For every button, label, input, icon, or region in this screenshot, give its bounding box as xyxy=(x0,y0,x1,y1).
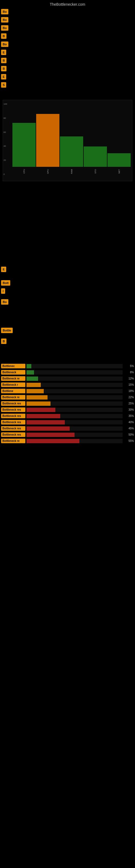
btn-b-bot[interactable]: B xyxy=(1,339,6,344)
chart-group-cpu: CPU xyxy=(12,99,36,176)
pct-text-5: 18% xyxy=(124,390,134,393)
pct-fill-12 xyxy=(27,433,75,437)
pct-fill-8 xyxy=(27,408,55,412)
chart-bar-ram xyxy=(60,136,83,167)
bottleneck-label-1[interactable]: Bottlenec xyxy=(1,364,26,368)
btn-bo-mid[interactable]: Bo xyxy=(1,299,8,305)
pct-fill-7 xyxy=(27,401,50,406)
chart-bar-net xyxy=(107,153,131,167)
chart-bar-inner-cpu xyxy=(12,99,36,167)
btn-i-mid[interactable]: I xyxy=(1,288,5,294)
pct-fill-5 xyxy=(27,389,44,393)
bottleneck-label-5[interactable]: Bottlene xyxy=(1,389,26,393)
btn-b-1[interactable]: B xyxy=(1,33,6,39)
pct-fill-3 xyxy=(27,376,38,381)
pct-bar-5 xyxy=(27,389,123,393)
bottleneck-label-3[interactable]: Bottleneck re xyxy=(1,376,26,381)
row-8: B xyxy=(0,65,135,73)
pct-fill-9 xyxy=(27,414,60,418)
pct-text-10: 40% xyxy=(124,421,134,424)
pct-text-8: 30% xyxy=(124,408,134,411)
chart-bar-cpu xyxy=(12,123,36,167)
y-label-40: 40 xyxy=(3,145,7,147)
site-title: TheBottlenecker.com xyxy=(0,0,135,8)
bottleneck-label-10[interactable]: Bottleneck res xyxy=(1,420,26,425)
chart-bar-inner-gpu xyxy=(36,99,59,167)
bottleneck-row-9: Bottleneck res 35% xyxy=(0,413,135,419)
btn-bo-2[interactable]: Bo xyxy=(1,17,8,23)
btn-e-1[interactable]: E xyxy=(1,50,6,55)
pct-bar-3 xyxy=(27,376,123,381)
bottleneck-row-8: Bottleneck res 30% xyxy=(0,407,135,413)
pct-bar-2 xyxy=(27,370,123,375)
row-bo-mid: Bo xyxy=(0,298,135,306)
bottleneck-label-6[interactable]: Bottleneck re xyxy=(1,395,26,400)
bottleneck-label-7[interactable]: Bottleneck res xyxy=(1,401,26,406)
chart-group-sto: STO xyxy=(84,99,107,176)
bottleneck-label-4[interactable]: Bottleneck r xyxy=(1,382,26,387)
row-1: Bo xyxy=(0,8,135,16)
btn-e-mid[interactable]: E xyxy=(1,267,6,272)
bottleneck-label-12[interactable]: Bottleneck res xyxy=(1,432,26,437)
bottleneck-row-10: Bottleneck res 40% xyxy=(0,419,135,425)
row-3: Bo xyxy=(0,24,135,32)
btn-bottle[interactable]: Bottle xyxy=(1,328,13,333)
bottleneck-label-2[interactable]: Bottleneck xyxy=(1,370,26,375)
btn-e-2[interactable]: E xyxy=(1,74,6,80)
chart-bar-gpu xyxy=(36,114,59,167)
pct-bar-6 xyxy=(27,395,123,400)
btn-bo-4[interactable]: Bo xyxy=(1,41,8,47)
pct-text-3: 12% xyxy=(124,377,134,380)
bottleneck-label-9[interactable]: Bottleneck res xyxy=(1,414,26,418)
pct-fill-10 xyxy=(27,420,65,425)
page-wrapper: TheBottlenecker.com Bo Bo Bo B Bo E B B … xyxy=(0,0,135,474)
row-10: S xyxy=(0,81,135,89)
y-label-100: 100 xyxy=(3,103,7,105)
bottom-padding xyxy=(0,447,135,474)
chart-bar-inner-ram xyxy=(60,99,83,167)
bottleneck-row-11: Bottleneck res 45% xyxy=(0,425,135,432)
pct-bar-8 xyxy=(27,408,123,412)
pct-text-11: 45% xyxy=(124,427,134,430)
pct-bar-7 xyxy=(27,401,123,406)
bottleneck-label-13[interactable]: Bottleneck re xyxy=(1,439,26,443)
bottleneck-row-2: Bottleneck 8% xyxy=(0,369,135,375)
bottleneck-label-11[interactable]: Bottleneck res xyxy=(1,426,26,431)
bottleneck-row-4: Bottleneck r 15% xyxy=(0,382,135,388)
row-b-bot: B xyxy=(0,337,135,345)
btn-s-1[interactable]: S xyxy=(1,82,6,88)
btn-bo-3[interactable]: Bo xyxy=(1,25,8,31)
btn-bott[interactable]: Bott xyxy=(1,280,10,286)
btn-bo-1[interactable]: Bo xyxy=(1,9,8,14)
row-5: Bo xyxy=(0,40,135,48)
pct-fill-4 xyxy=(27,383,41,387)
pct-fill-6 xyxy=(27,395,48,400)
chart-group-gpu: GPU xyxy=(36,99,59,176)
row-bott: Bott xyxy=(0,279,135,287)
bottleneck-row-1: Bottlenec 5% xyxy=(0,363,135,369)
y-axis: 100 80 60 40 20 0 xyxy=(3,103,7,176)
pct-text-7: 25% xyxy=(124,402,134,405)
chart-label-net: NET xyxy=(118,167,121,176)
middle-section: E Bott I Bo xyxy=(0,265,135,319)
bottleneck-row-3: Bottleneck re 12% xyxy=(0,375,135,382)
bottleneck-row-7: Bottleneck res 25% xyxy=(0,400,135,407)
btn-b-2[interactable]: B xyxy=(1,58,6,63)
chart-label-sto: STO xyxy=(94,167,97,176)
bottleneck-results-section: Bottlenec 5% Bottleneck 8% Bottleneck re… xyxy=(0,363,135,444)
row-e-mid: E xyxy=(0,265,135,273)
pct-bar-1 xyxy=(27,364,123,368)
pct-text-13: 55% xyxy=(124,439,134,442)
row-2: Bo xyxy=(0,16,135,24)
bottleneck-label-8[interactable]: Bottleneck res xyxy=(1,407,26,412)
row-6: E xyxy=(0,48,135,56)
pct-bar-9 xyxy=(27,414,123,418)
row-4: B xyxy=(0,32,135,40)
pct-text-6: 22% xyxy=(124,396,134,399)
pct-text-1: 5% xyxy=(124,365,134,368)
chart-label-cpu: CPU xyxy=(23,167,26,176)
y-label-60: 60 xyxy=(3,131,7,133)
chart-label-ram: RAM xyxy=(71,167,73,176)
btn-b-3[interactable]: B xyxy=(1,66,6,71)
pct-bar-11 xyxy=(27,426,123,431)
